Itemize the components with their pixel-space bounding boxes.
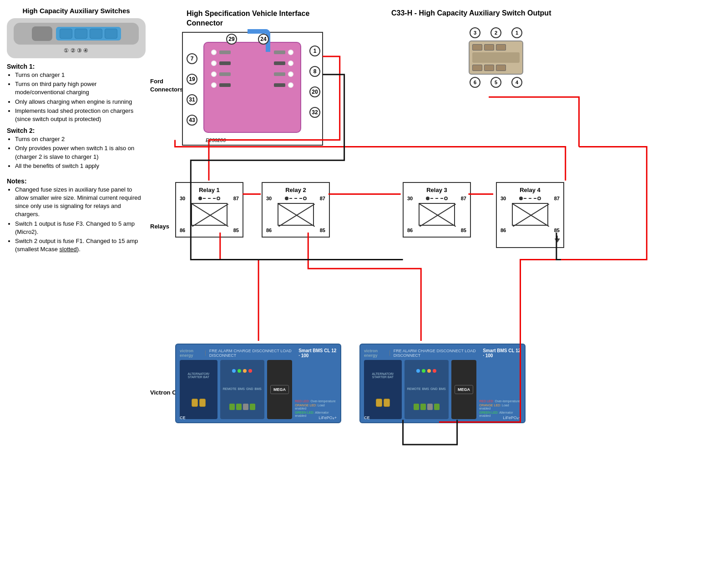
c33h-hole xyxy=(496,65,506,71)
pin-hole xyxy=(211,61,217,66)
victron-mega-label: MEGA xyxy=(270,385,289,394)
switch-diagram: ① ② ③ ④ xyxy=(7,18,146,58)
left-panel-title: High Capacity Auxiliary Switches xyxy=(7,7,146,15)
relay-dash xyxy=(430,198,443,199)
victron-1-mid-terminal-blocks xyxy=(223,404,262,410)
victron-charger-2: victron energy FRE ALARM CHARGE DISCONNE… xyxy=(359,344,526,423)
victron-1-body: ALTERNATOR/STARTER BAT REMOT xyxy=(180,360,337,419)
victron-1-lifepo: LiFePO₄+ xyxy=(318,415,337,420)
relay-1-pin-87: 87 xyxy=(233,196,239,201)
ford-connectors-label: Ford Connectors xyxy=(150,77,177,94)
e236-label: E236206 xyxy=(206,137,226,143)
relay-4-pin-85: 85 ⏚ xyxy=(554,228,560,243)
switch1-bullet-4: Implements load shed protection on charg… xyxy=(15,107,146,123)
victron-2-mid-terminals xyxy=(407,404,446,410)
relay-2-title: Relay 2 xyxy=(266,187,325,193)
c33h-pin-5: 5 xyxy=(490,77,501,88)
pin-num-32: 32 xyxy=(309,107,320,118)
notes-bullet-3: Switch 2 output is fuse F1. Changed to 1… xyxy=(15,237,146,253)
pin-row-7 xyxy=(211,50,251,55)
relay-1-coil xyxy=(191,203,228,226)
relay-2-pin-87: 87 xyxy=(320,196,325,201)
pin-num-7: 7 xyxy=(187,53,197,64)
pin-wire xyxy=(219,72,231,76)
relay-1-coil-svg xyxy=(192,204,228,227)
relay-dot-open xyxy=(444,197,448,200)
led-blue xyxy=(232,369,236,373)
victron-2-label-row-1: RED LED: Over-temperature xyxy=(479,400,521,403)
relay-dot-closed xyxy=(285,197,288,200)
switch-toggle xyxy=(32,26,52,41)
switch-label-1: ① ② ③ ④ xyxy=(64,47,88,54)
relay-3-top: 30 87 xyxy=(407,196,466,201)
c33h-bottom-holes xyxy=(472,65,520,71)
victron-label-row-2: ORANGE LED: Load enabled xyxy=(295,404,337,410)
relay-dot-open xyxy=(217,197,220,200)
switch1-heading: Switch 1: xyxy=(7,63,146,70)
pin-row-32 xyxy=(274,82,293,88)
diagram-title-right: C33-H - High Capacity Auxiliary Switch O… xyxy=(391,9,551,17)
led-red-2 xyxy=(433,369,436,373)
victron-1-mega: MEGA xyxy=(267,360,293,419)
c33h-hole xyxy=(484,44,494,51)
switch2-heading: Switch 2: xyxy=(7,127,146,134)
pin-row-31 xyxy=(211,71,251,77)
led-blue-2 xyxy=(416,369,420,373)
relays-label: Relays xyxy=(150,223,169,230)
c33h-top-holes xyxy=(472,44,520,51)
c33h-body xyxy=(469,41,523,75)
relay-dot-open xyxy=(537,197,541,200)
victron-1-terminal-label: ALTERNATOR/STARTER BAT xyxy=(182,372,215,379)
victron-1-brand: victron energy xyxy=(180,349,202,358)
relay-dash xyxy=(289,198,302,199)
led-green-2 xyxy=(422,369,425,373)
victron-2-remote: REMOTE xyxy=(407,387,421,390)
pin-row-20 xyxy=(274,71,293,77)
relay-4-pin-86: 86 xyxy=(500,228,506,243)
victron-2-divider xyxy=(389,350,390,356)
victron-1-header: victron energy FRE ALARM CHARGE DISCONNE… xyxy=(180,348,337,358)
victron-label-row-1: RED LED: Over-temperature xyxy=(295,400,337,403)
switch2-bullet-2: Only provides power when switch 1 is als… xyxy=(15,144,146,161)
relay-dash xyxy=(203,198,216,199)
relay-4-title: Relay 4 xyxy=(500,187,560,193)
c33h-top-pins: 3 2 1 xyxy=(469,27,523,38)
relay-2-pin-86: 86 xyxy=(266,228,272,233)
pin-hole xyxy=(288,82,293,88)
notes-bullet-2: Switch 1 output is fuse F3. Changed to 5… xyxy=(15,220,146,236)
switch-btn-1 xyxy=(60,29,72,39)
switch-body xyxy=(14,23,139,45)
victron-2-bms2: BMS xyxy=(439,387,445,390)
diagram-title-center: High Specification Vehicle Interface Con… xyxy=(187,9,314,28)
led-yellow-2 xyxy=(427,369,431,373)
victron-2-terminal-label: ALTERNATOR/STARTER BAT xyxy=(367,372,399,379)
relay-1-pin-30: 30 xyxy=(180,196,185,201)
pin-row-19 xyxy=(211,61,251,66)
relay-3-pin-30: 30 xyxy=(407,196,413,201)
notes-bullets: Changed fuse sizes in auxiliary fuse pan… xyxy=(7,186,146,254)
victron-2-terminal xyxy=(376,399,382,407)
c33h-spacer xyxy=(472,52,520,63)
relay-3-pin-85: 85 xyxy=(461,228,466,233)
pin-wire xyxy=(219,51,231,54)
victron-1-model: Smart BMS CL 12 · 100 xyxy=(298,348,337,358)
switch-btn-3 xyxy=(90,29,102,39)
victron-1-middle: REMOTE BMS GND BMS xyxy=(220,360,264,419)
switch-labels: ① ② ③ ④ xyxy=(64,47,88,54)
victron-bms-terminal xyxy=(236,404,242,410)
pin-num-43: 43 xyxy=(187,115,197,126)
victron-2-leds xyxy=(407,369,446,373)
c33h-connector: 3 2 1 6 5 xyxy=(469,27,523,88)
relay-3-title: Relay 3 xyxy=(407,187,466,193)
pin-num-31: 31 xyxy=(187,94,197,105)
relay-3-pin-87: 87 xyxy=(461,196,466,201)
pin-hole xyxy=(288,71,293,77)
victron-1-ce: CE xyxy=(180,415,186,420)
relay-3-pin-86: 86 xyxy=(407,228,413,233)
switch-btn-2 xyxy=(75,29,87,39)
victron-gnd-label: GND xyxy=(246,387,253,390)
pin-row-8 xyxy=(274,61,293,66)
victron-2-brand: victron energy xyxy=(364,349,386,358)
switch2-bullet-1: Turns on charger 2 xyxy=(15,135,146,143)
relay-4-coil-svg xyxy=(513,204,549,227)
